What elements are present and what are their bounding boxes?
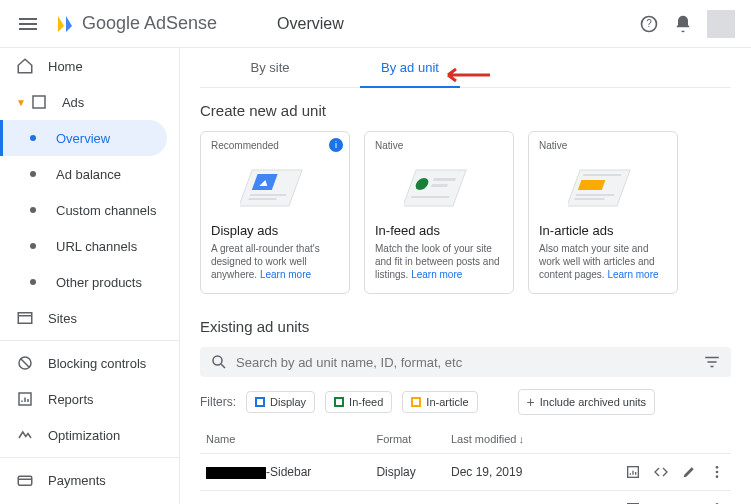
inarticle-illustration-icon bbox=[539, 157, 667, 217]
sidebar-item-ads[interactable]: ▼Ads bbox=[0, 84, 179, 120]
sidebar-label: Optimization bbox=[48, 428, 120, 443]
table-row[interactable]: -Sidebar Display Dec 19, 2019 bbox=[200, 454, 731, 491]
sidebar-label: Other products bbox=[56, 275, 142, 290]
svg-rect-15 bbox=[404, 170, 466, 206]
sidebar-label: URL channels bbox=[56, 239, 137, 254]
help-icon[interactable]: ? bbox=[639, 14, 659, 34]
table-row[interactable]: Horizontal ad unit Display Sep 7, 2019 bbox=[200, 491, 731, 505]
sidebar-label: Payments bbox=[48, 473, 106, 488]
svg-rect-24 bbox=[574, 198, 605, 200]
card-row: Recommended i Display ads A great all-ro… bbox=[200, 131, 731, 294]
card-infeed-ads[interactable]: Native In-feed ads Match the look of you… bbox=[364, 131, 514, 294]
sidebar-item-ad-balance[interactable]: Ad balance bbox=[0, 156, 179, 192]
section-title-create: Create new ad unit bbox=[200, 102, 731, 119]
filters-label: Filters: bbox=[200, 395, 236, 409]
sidebar-label: Home bbox=[48, 59, 83, 74]
svg-rect-22 bbox=[578, 180, 606, 190]
sidebar-label: Ads bbox=[62, 95, 84, 110]
bullet-icon bbox=[30, 243, 36, 249]
card-title: Display ads bbox=[211, 223, 339, 238]
bullet-icon bbox=[30, 171, 36, 177]
search-bar[interactable] bbox=[200, 347, 731, 377]
hamburger-icon[interactable] bbox=[16, 12, 40, 36]
bullet-icon bbox=[30, 135, 36, 141]
svg-rect-17 bbox=[433, 178, 456, 181]
plus-icon: + bbox=[527, 394, 535, 410]
sidebar-item-other-products[interactable]: Other products bbox=[0, 264, 179, 300]
code-icon[interactable] bbox=[653, 464, 669, 480]
report-icon[interactable] bbox=[625, 464, 641, 480]
svg-point-25 bbox=[213, 356, 222, 365]
card-desc: Match the look of your site and fit in b… bbox=[375, 242, 503, 281]
cell-modified: Dec 19, 2019 bbox=[445, 454, 568, 491]
card-title: In-article ads bbox=[539, 223, 667, 238]
bullet-icon bbox=[30, 207, 36, 213]
cell-modified: Sep 7, 2019 bbox=[445, 491, 568, 505]
sidebar-item-overview[interactable]: Overview bbox=[0, 120, 167, 156]
edit-icon[interactable] bbox=[681, 464, 697, 480]
logo[interactable]: Google AdSense bbox=[52, 12, 217, 36]
svg-rect-8 bbox=[18, 476, 32, 485]
info-icon[interactable]: i bbox=[329, 138, 343, 152]
sidebar-label: Ad balance bbox=[56, 167, 121, 182]
th-last-modified[interactable]: Last modified↓ bbox=[445, 425, 568, 454]
chip-include-archived[interactable]: +Include archived units bbox=[518, 389, 656, 415]
display-illustration-icon bbox=[211, 157, 339, 217]
sidebar-item-reports[interactable]: Reports bbox=[0, 381, 179, 417]
sidebar-item-url-channels[interactable]: URL channels bbox=[0, 228, 179, 264]
svg-rect-3 bbox=[18, 313, 32, 324]
learn-more-link[interactable]: Learn more bbox=[260, 269, 311, 280]
avatar[interactable] bbox=[707, 10, 735, 38]
learn-more-link[interactable]: Learn more bbox=[607, 269, 658, 280]
svg-rect-21 bbox=[583, 174, 622, 176]
th-name[interactable]: Name bbox=[200, 425, 370, 454]
cell-name: -Sidebar bbox=[200, 454, 370, 491]
svg-rect-19 bbox=[411, 196, 450, 198]
cell-format: Display bbox=[370, 491, 445, 505]
sort-desc-icon: ↓ bbox=[518, 433, 524, 445]
svg-rect-14 bbox=[248, 198, 277, 200]
filter-list-icon[interactable] bbox=[703, 353, 721, 371]
svg-rect-18 bbox=[431, 184, 448, 187]
sidebar-item-optimization[interactable]: Optimization bbox=[0, 417, 179, 453]
svg-rect-2 bbox=[33, 96, 45, 108]
card-display-ads[interactable]: Recommended i Display ads A great all-ro… bbox=[200, 131, 350, 294]
sidebar-item-blocking[interactable]: Blocking controls bbox=[0, 345, 179, 381]
sidebar-item-sites[interactable]: Sites bbox=[0, 300, 179, 336]
svg-point-30 bbox=[716, 475, 719, 478]
more-vert-icon[interactable] bbox=[709, 464, 725, 480]
ads-icon bbox=[30, 93, 48, 111]
svg-rect-23 bbox=[576, 194, 615, 196]
search-icon bbox=[210, 353, 228, 371]
chip-inarticle[interactable]: In-article bbox=[402, 391, 477, 413]
main-content: By site By ad unit Create new ad unit Re… bbox=[180, 0, 751, 504]
sidebar-item-account[interactable]: Account bbox=[0, 498, 179, 504]
block-icon bbox=[16, 354, 34, 372]
sidebar-label: Reports bbox=[48, 392, 94, 407]
sidebar-label: Overview bbox=[56, 131, 110, 146]
home-icon bbox=[16, 57, 34, 75]
card-inarticle-ads[interactable]: Native In-article ads Also match your si… bbox=[528, 131, 678, 294]
card-desc: A great all-rounder that's designed to w… bbox=[211, 242, 339, 281]
card-tag: Recommended bbox=[211, 140, 339, 151]
payments-icon bbox=[16, 471, 34, 489]
sidebar-item-home[interactable]: Home bbox=[0, 48, 179, 84]
search-input[interactable] bbox=[236, 355, 703, 370]
infeed-illustration-icon bbox=[375, 157, 503, 217]
bell-icon[interactable] bbox=[673, 14, 693, 34]
tab-by-site[interactable]: By site bbox=[200, 48, 340, 87]
sidebar-item-payments[interactable]: Payments bbox=[0, 462, 179, 498]
bullet-icon bbox=[30, 279, 36, 285]
section-title-existing: Existing ad units bbox=[200, 318, 731, 335]
chip-infeed[interactable]: In-feed bbox=[325, 391, 392, 413]
optimization-icon bbox=[16, 426, 34, 444]
card-tag: Native bbox=[539, 140, 667, 151]
sidebar-item-custom-channels[interactable]: Custom channels bbox=[0, 192, 179, 228]
topbar: Google AdSense Overview ? bbox=[0, 0, 751, 48]
svg-line-6 bbox=[21, 359, 30, 368]
svg-point-29 bbox=[716, 471, 719, 474]
chip-display[interactable]: Display bbox=[246, 391, 315, 413]
sidebar-label: Custom channels bbox=[56, 203, 156, 218]
th-format[interactable]: Format bbox=[370, 425, 445, 454]
learn-more-link[interactable]: Learn more bbox=[411, 269, 462, 280]
